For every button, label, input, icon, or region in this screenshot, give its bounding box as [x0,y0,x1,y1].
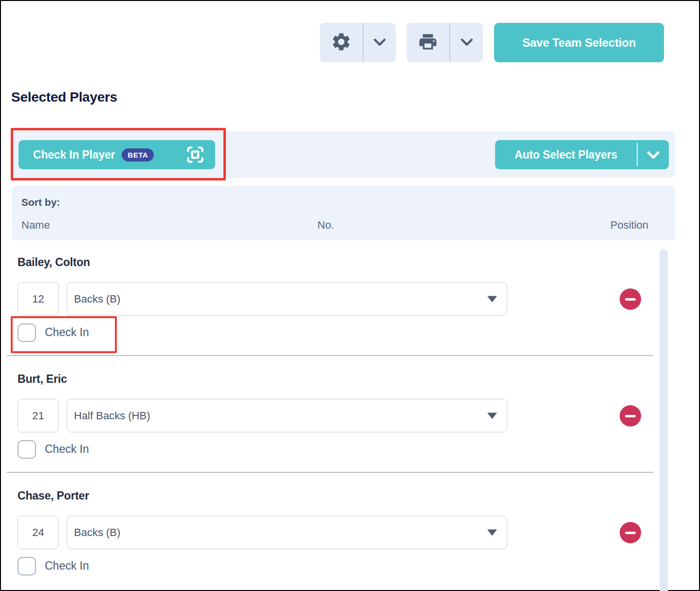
remove-player-button[interactable] [620,405,641,427]
gear-icon [331,31,352,54]
printer-icon [418,32,438,54]
caret-down-icon [487,296,497,302]
chevron-down-icon [459,34,475,52]
sort-bar: Sort by: Name No. Position [12,186,675,240]
check-in-checkbox[interactable] [18,440,36,459]
remove-player-button[interactable] [620,288,641,310]
player-row: Chase, Porter Backs (B) Check In [1,483,656,591]
sort-by-label: Sort by: [21,197,60,208]
beta-badge: BETA [122,148,154,161]
caret-down-icon [487,412,497,419]
scrollbar[interactable] [660,249,668,591]
team-selection-screen: Save Team Selection Selected Players Che… [0,0,700,591]
row-divider [7,472,653,473]
row-divider [7,355,653,356]
minus-icon [625,298,636,301]
auto-select-players-label: Auto Select Players [495,140,637,169]
check-in-player-label: Check In Player [33,148,115,161]
print-split-button [406,23,483,62]
sort-column-position[interactable]: Position [610,219,648,232]
sort-column-name[interactable]: Name [21,219,50,232]
position-select[interactable]: Half Backs (HB) [67,399,507,432]
player-name: Burt, Eric [18,373,67,386]
check-in-checkbox[interactable] [18,323,36,342]
save-team-selection-button[interactable]: Save Team Selection [494,23,664,62]
minus-icon [625,532,636,534]
check-in-player-button[interactable]: Check In Player BETA [18,140,215,169]
player-name: Chase, Porter [18,489,89,502]
jersey-number-input[interactable] [18,516,59,549]
position-select[interactable]: Backs (B) [67,282,507,316]
player-row: Burt, Eric Half Backs (HB) Check In [1,366,656,483]
print-button[interactable] [406,23,449,62]
remove-player-button[interactable] [620,522,641,543]
divider [637,143,638,166]
settings-button[interactable] [320,23,363,62]
check-in-label: Check In [45,559,89,573]
print-dropdown-toggle[interactable] [450,23,483,62]
minus-icon [625,415,636,417]
position-select[interactable]: Backs (B) [67,516,507,549]
check-in-label: Check In [45,443,89,456]
caret-down-icon [487,529,497,536]
check-in-checkbox[interactable] [18,557,36,575]
actions-bar: Check In Player BETA Auto Select Players [12,131,675,178]
check-in-label: Check In [45,326,89,339]
jersey-number-input[interactable] [18,282,59,316]
chevron-down-icon [371,34,388,52]
page-title: Selected Players [11,90,117,105]
settings-dropdown-toggle[interactable] [364,23,396,62]
jersey-number-input[interactable] [18,399,59,432]
auto-select-players-button[interactable]: Auto Select Players [495,140,669,169]
player-row: Bailey, Colton Backs (B) Check In [1,249,656,366]
sort-column-number[interactable]: No. [317,219,334,232]
settings-split-button [320,23,396,62]
auto-select-dropdown-toggle[interactable] [638,140,669,169]
position-select-value: Backs (B) [74,293,120,305]
position-select-value: Backs (B) [74,526,120,539]
player-name: Bailey, Colton [18,256,90,269]
position-select-value: Half Backs (HB) [74,410,150,422]
scan-icon [185,144,205,165]
